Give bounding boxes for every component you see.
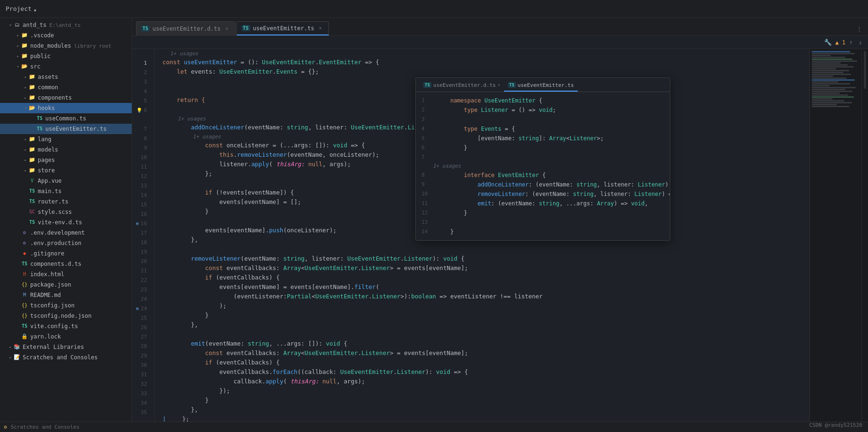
tree-arrow-hooks bbox=[23, 105, 28, 111]
sidebar-item-gitignore[interactable]: ◆ .gitignore bbox=[0, 248, 132, 259]
code-line-19 bbox=[162, 245, 802, 254]
sidebar-item-external-libs[interactable]: 📚 External Libraries bbox=[0, 342, 132, 352]
file-icon-style-scss: SC bbox=[28, 208, 36, 216]
tree-label-env-prod: .env.production bbox=[30, 240, 81, 246]
fix-icon[interactable]: 🔧 bbox=[822, 38, 834, 47]
sidebar-item-app-vue[interactable]: V App.vue bbox=[0, 176, 132, 186]
file-icon-tsconfig-node: {} bbox=[21, 312, 28, 320]
sidebar-item-components[interactable]: 📁 components bbox=[0, 93, 132, 103]
line-num-16: 16 bbox=[136, 210, 151, 219]
sidebar-item-node-modules[interactable]: 📁 node_modules library root bbox=[0, 41, 132, 51]
line-num-34: 34 bbox=[136, 398, 151, 408]
sidebar-item-src[interactable]: 📂 src bbox=[0, 61, 132, 72]
code-line-28 bbox=[162, 330, 802, 339]
watermark: CSDN @randy521520 bbox=[809, 422, 862, 428]
popup-tab-dts[interactable]: TS useEventEmitter.d.ts × bbox=[420, 79, 504, 92]
line-num-24b: ⊕ 24 bbox=[136, 304, 151, 313]
tree-arrow-store bbox=[23, 168, 28, 173]
code-line-25: ); bbox=[162, 301, 802, 311]
popup-tab-close-1[interactable]: × bbox=[497, 83, 500, 87]
sidebar-item-scratches[interactable]: 📝 Scratches and Consoles bbox=[0, 352, 132, 363]
line-num-2: 2 bbox=[136, 68, 151, 77]
navigate-up-icon[interactable]: ↑ bbox=[847, 38, 855, 47]
tree-label-style-scss: style.scss bbox=[38, 209, 72, 215]
sidebar-item-use-event-emitter[interactable]: TS useEventEmitter.ts bbox=[0, 124, 132, 134]
popup-usage-hint: 1+ usages bbox=[421, 162, 664, 170]
sidebar-item-vite-env[interactable]: TS vite-env.d.ts bbox=[0, 217, 132, 228]
status-bar: ⚙ Scratches and Consoles bbox=[0, 422, 868, 432]
popup-tab-label-1: useEventEmitter.d.ts bbox=[433, 82, 496, 88]
sidebar-item-vite-config[interactable]: TS vite.config.ts bbox=[0, 321, 132, 331]
line-num-24: 24 bbox=[136, 295, 151, 304]
sidebar-item-use-common[interactable]: TS useCommon.ts bbox=[0, 113, 132, 124]
sidebar-item-index-html[interactable]: H index.html bbox=[0, 269, 132, 280]
sidebar-item-antd-ts[interactable]: 🗂 antd_ts E:\antd_ts bbox=[0, 20, 132, 30]
more-tabs-icon[interactable]: ⋮ bbox=[854, 25, 864, 34]
folder-icon-components: 📁 bbox=[28, 94, 36, 102]
tab-use-event-emitter-dts[interactable]: TS useEventEmitter.d.ts × bbox=[136, 21, 236, 35]
tab-close-1[interactable]: × bbox=[224, 25, 230, 32]
project-menu[interactable]: Project bbox=[6, 5, 38, 12]
tree-label-hooks: hooks bbox=[38, 105, 55, 111]
line-num-17: 17 bbox=[136, 229, 151, 238]
sidebar-item-assets[interactable]: 📁 assets bbox=[0, 72, 132, 82]
sidebar: 🗂 antd_ts E:\antd_ts 📁 .vscode 📁 node_mo… bbox=[0, 18, 132, 422]
sidebar-item-hooks[interactable]: 📂 hooks bbox=[0, 103, 132, 113]
folder-icon-antd-ts: 🗂 bbox=[13, 21, 21, 29]
line-num-32: 32 bbox=[136, 380, 151, 389]
popup-tab-ts[interactable]: TS useEventEmitter.ts bbox=[504, 79, 578, 92]
sidebar-item-store[interactable]: 📁 store bbox=[0, 165, 132, 176]
line-num-16b: ⊕ 16 bbox=[136, 219, 151, 229]
tree-label-tsconfig: tsconfig.json bbox=[30, 302, 75, 309]
sidebar-item-router-ts[interactable]: TS router.ts bbox=[0, 196, 132, 207]
sidebar-item-common[interactable]: 📁 common bbox=[0, 82, 132, 93]
line-num-26: 26 bbox=[136, 323, 151, 332]
tab-bar: TS useEventEmitter.d.ts × TS useEventEmi… bbox=[132, 18, 868, 36]
tree-arrow-components bbox=[23, 95, 28, 101]
file-icon-yarn-lock: 🔒 bbox=[21, 333, 28, 340]
sidebar-item-env-prod[interactable]: ⚙ .env.production bbox=[0, 238, 132, 248]
line-num-6: 💡 6 bbox=[136, 106, 151, 115]
file-icon-scratches: 📝 bbox=[13, 354, 21, 361]
sidebar-item-yarn-lock[interactable]: 🔒 yarn.lock bbox=[0, 331, 132, 342]
tab-close-2[interactable]: × bbox=[317, 25, 324, 32]
line-num-19: 19 bbox=[136, 247, 151, 257]
sidebar-item-vscode[interactable]: 📁 .vscode bbox=[0, 30, 132, 41]
sidebar-item-tsconfig-node[interactable]: {} tsconfig.node.json bbox=[0, 311, 132, 321]
tab-use-event-emitter-ts[interactable]: TS useEventEmitter.ts × bbox=[236, 21, 329, 35]
code-line-22: if (eventCallbacks) { bbox=[162, 273, 802, 282]
sidebar-item-lang[interactable]: 📁 lang bbox=[0, 134, 132, 144]
sidebar-item-pages[interactable]: 📁 pages bbox=[0, 155, 132, 165]
project-chevron bbox=[34, 7, 38, 11]
sidebar-item-components-d[interactable]: TS components.d.ts bbox=[0, 259, 132, 269]
sidebar-item-models[interactable]: 📁 models bbox=[0, 144, 132, 155]
navigate-down-icon[interactable]: ↓ bbox=[857, 38, 864, 47]
sidebar-item-style-scss[interactable]: SC style.scss bbox=[0, 207, 132, 217]
sidebar-item-main-ts[interactable]: TS main.ts bbox=[0, 186, 132, 196]
sidebar-item-env-dev[interactable]: ⚙ .env.development bbox=[0, 228, 132, 238]
sidebar-item-tsconfig[interactable]: {} tsconfig.json bbox=[0, 300, 132, 311]
line-num-usage1 bbox=[136, 49, 151, 59]
ref-icon-24: ⊕ bbox=[136, 304, 139, 313]
code-line-30: const eventCallbacks: Array<UseEventEmit… bbox=[162, 348, 802, 358]
minimap-content bbox=[810, 49, 861, 110]
folder-icon-public: 📁 bbox=[21, 52, 28, 60]
warning-badge: ▲ 1 bbox=[835, 39, 846, 46]
code-line-29: emit(eventName: string, ...args: []): vo… bbox=[162, 339, 802, 348]
folder-icon-assets: 📁 bbox=[28, 73, 36, 81]
file-icon-external-libs: 📚 bbox=[13, 343, 21, 351]
line-num-25: 25 bbox=[136, 313, 151, 323]
sidebar-item-package-json[interactable]: {} package.json bbox=[0, 280, 132, 290]
sidebar-item-readme[interactable]: M README.md bbox=[0, 290, 132, 300]
file-icon-gitignore: ◆ bbox=[21, 250, 28, 257]
editor-toolbar: 🔧 ▲ 1 ↑ ↓ bbox=[132, 36, 868, 49]
file-icon-env-dev: ⚙ bbox=[21, 229, 28, 237]
editor-scrollbar[interactable] bbox=[861, 49, 868, 422]
sidebar-item-public[interactable]: 📁 public bbox=[0, 51, 132, 61]
tree-label-src: src bbox=[30, 63, 41, 70]
line-num-12: 12 bbox=[136, 172, 151, 181]
line-num-9: 9 bbox=[136, 144, 151, 153]
file-icon-vite-env: TS bbox=[28, 219, 36, 226]
line-num-33: 33 bbox=[136, 389, 151, 398]
file-icon-readme: M bbox=[21, 291, 28, 299]
